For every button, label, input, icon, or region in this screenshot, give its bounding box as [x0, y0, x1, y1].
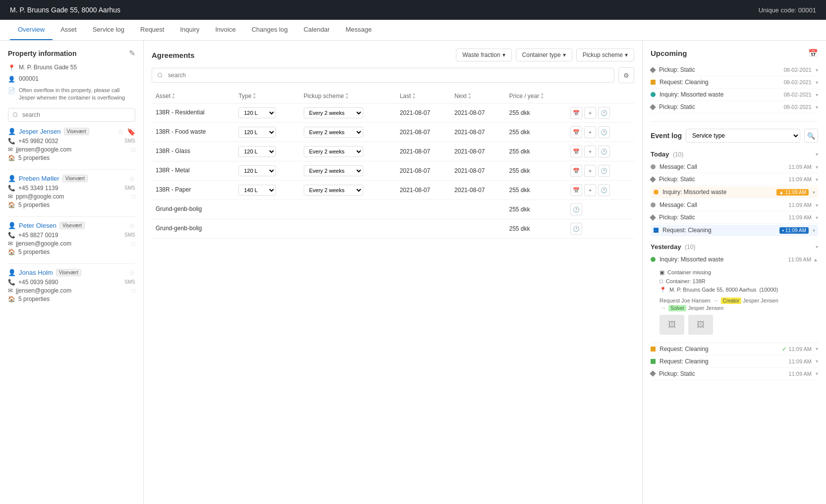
type-select-3[interactable]: 120 L: [238, 146, 276, 157]
service-type-select[interactable]: Service type: [686, 129, 800, 143]
contact-name-preben[interactable]: 👤 Preben Møller Visevært ☆: [8, 175, 135, 183]
type-select-1[interactable]: 120 L: [238, 107, 276, 118]
bookmark-icon-jesper[interactable]: 🔖: [127, 128, 135, 136]
star-icon-preben[interactable]: ☆: [129, 175, 135, 183]
pickup-select-3[interactable]: Every 2 weeks: [304, 146, 363, 157]
contact-name-peter[interactable]: 👤 Peter Olesen Visevært ☆: [8, 222, 135, 230]
event-log-section: Event log Service type 🔍 Today (10) ▾ Me…: [651, 121, 818, 380]
add-action-btn-1[interactable]: +: [584, 107, 596, 119]
image-preview-2[interactable]: 🖼: [688, 315, 713, 335]
sort-pickup[interactable]: ▲▼: [345, 92, 349, 100]
event-inquiry-expanded: Inquiry: Missorted waste 11:09 AM ▲ ▣ Co…: [651, 253, 818, 343]
inquiry-missorted-dot-yesterday: [651, 257, 656, 262]
type-select-2[interactable]: 120 L: [238, 127, 276, 138]
contact-name-jonas[interactable]: 👤 Jonas Holm Visevært ☆: [8, 269, 135, 277]
person-icon-2: 👤: [8, 175, 16, 182]
tab-asset[interactable]: Asset: [53, 20, 85, 40]
calendar-action-btn-3[interactable]: 📅: [570, 146, 582, 157]
tab-overview[interactable]: Overview: [10, 20, 53, 40]
sort-price[interactable]: ▲▼: [540, 92, 544, 100]
pickup-scheme-filter[interactable]: Pickup scheme ▾: [576, 49, 634, 61]
check-icon-y1: ✓: [782, 346, 787, 353]
add-action-btn-2[interactable]: +: [584, 126, 596, 138]
edit-icon[interactable]: ✎: [129, 49, 135, 58]
pickup-static-dot-y: [650, 370, 656, 377]
waste-fraction-filter[interactable]: Waste fraction ▾: [456, 49, 511, 61]
pickup-select-5[interactable]: Every 2 weeks: [304, 185, 363, 196]
container-icon: ▣: [660, 268, 664, 277]
tab-service-log[interactable]: Service log: [85, 20, 132, 40]
clock-action-btn-3[interactable]: 🕐: [598, 146, 610, 157]
person-icon: 👤: [8, 128, 16, 135]
tab-calendar[interactable]: Calendar: [296, 20, 338, 40]
contact-name-text-4: Jonas Holm: [19, 269, 53, 276]
clock-action-btn-4[interactable]: 🕐: [598, 165, 610, 177]
clock-action-btn-5[interactable]: 🕐: [598, 184, 610, 196]
tab-request[interactable]: Request: [132, 20, 172, 40]
clock-action-btn-7[interactable]: 🕐: [570, 223, 582, 235]
event-search-btn[interactable]: 🔍: [804, 129, 818, 143]
contact-name-text-3: Peter Olesen: [19, 222, 56, 229]
sort-next[interactable]: ▲▼: [468, 92, 472, 100]
calendar-action-btn-2[interactable]: 📅: [570, 126, 582, 138]
email-copy-icon-3[interactable]: □: [132, 240, 135, 247]
tab-changes-log[interactable]: Changes log: [244, 20, 296, 40]
type-select-4[interactable]: 120 L: [238, 165, 276, 176]
clock-action-btn-1[interactable]: 🕐: [598, 107, 610, 119]
sort-asset[interactable]: ▲▼: [171, 92, 175, 100]
agreements-header: Agreements Waste fraction ▾ Container ty…: [152, 49, 634, 61]
star-icon-peter[interactable]: ☆: [129, 222, 135, 230]
calendar-action-btn-5[interactable]: 📅: [570, 184, 582, 196]
pickup-select-2[interactable]: Every 2 weeks: [304, 127, 363, 138]
add-action-btn-4[interactable]: +: [584, 165, 596, 177]
agreements-search-input[interactable]: [152, 68, 614, 83]
email-copy-icon-4[interactable]: □: [132, 287, 135, 294]
clock-action-btn-6[interactable]: 🕐: [570, 203, 582, 215]
sort-last[interactable]: ▲▼: [412, 92, 416, 100]
contact-badge-peter: Visevært: [59, 222, 85, 229]
pickup-select-1[interactable]: Every 2 weeks: [304, 107, 363, 118]
note-icon: 📄: [8, 87, 15, 94]
col-type: Type▲▼: [234, 89, 299, 103]
sort-type[interactable]: ▲▼: [252, 92, 256, 100]
property-info-title: Property information: [8, 50, 76, 57]
creator-label: Creator: [721, 298, 741, 304]
add-action-btn-5[interactable]: +: [584, 184, 596, 196]
calendar-action-btn-4[interactable]: 📅: [570, 165, 582, 177]
clock-action-btn-2[interactable]: 🕐: [598, 126, 610, 138]
star-icon-jesper[interactable]: ☆: [117, 128, 124, 136]
agreements-title: Agreements: [152, 51, 195, 59]
contact-name-jesper[interactable]: 👤 Jesper Jensen Visevært ☆ 🔖: [8, 128, 135, 136]
email-copy-icon-2[interactable]: □: [132, 193, 135, 200]
tab-inquiry[interactable]: Inquiry: [172, 20, 207, 40]
inquiry-detail: ▣ Container missing □ Container: 138R 📍 …: [660, 268, 818, 295]
col-last: Last▲▼: [396, 89, 450, 103]
calendar-icon[interactable]: 📅: [808, 49, 818, 58]
tab-message[interactable]: Message: [337, 20, 380, 40]
image-preview-1[interactable]: 🖼: [660, 315, 684, 335]
chevron-event-3: ▾: [813, 190, 815, 195]
yesterday-header[interactable]: Yesterday (10) ▾: [651, 240, 818, 253]
email-icon: ✉: [8, 146, 13, 153]
add-action-btn-3[interactable]: +: [584, 146, 596, 157]
container-type-filter[interactable]: Container type ▾: [516, 49, 572, 61]
event-request-cleaning-today: Request: Cleaning ▪ 11:09 AM ▾: [651, 225, 818, 236]
tab-invoice[interactable]: Invoice: [207, 20, 243, 40]
contact-search-input[interactable]: [8, 108, 135, 122]
phone-icon-2: 📞: [8, 185, 15, 192]
contact-name-text-2: Preben Møller: [19, 175, 59, 182]
today-header[interactable]: Today (10) ▾: [651, 148, 818, 161]
settings-icon[interactable]: ⚙: [618, 67, 634, 83]
calendar-action-btn-1[interactable]: 📅: [570, 107, 582, 119]
type-select-5[interactable]: 140 L: [238, 185, 276, 196]
upcoming-header: Upcoming 📅: [651, 49, 818, 58]
contact-phone-jonas: 📞 +45 0939 5890 SMS: [8, 279, 135, 286]
table-row: 138R - Metal 120 L Every 2 weeks 2021-08…: [152, 161, 634, 181]
contact-badge-jonas: Visevært: [56, 269, 81, 276]
topbar: M. P. Bruuns Gade 55, 8000 Aarhus Unique…: [0, 0, 826, 20]
contact-email-peter: ✉ jjensen@google.com □: [8, 240, 135, 247]
email-copy-icon[interactable]: □: [132, 146, 135, 153]
star-icon-jonas[interactable]: ☆: [129, 269, 135, 277]
col-next: Next▲▼: [450, 89, 505, 103]
pickup-select-4[interactable]: Every 2 weeks: [304, 165, 363, 176]
